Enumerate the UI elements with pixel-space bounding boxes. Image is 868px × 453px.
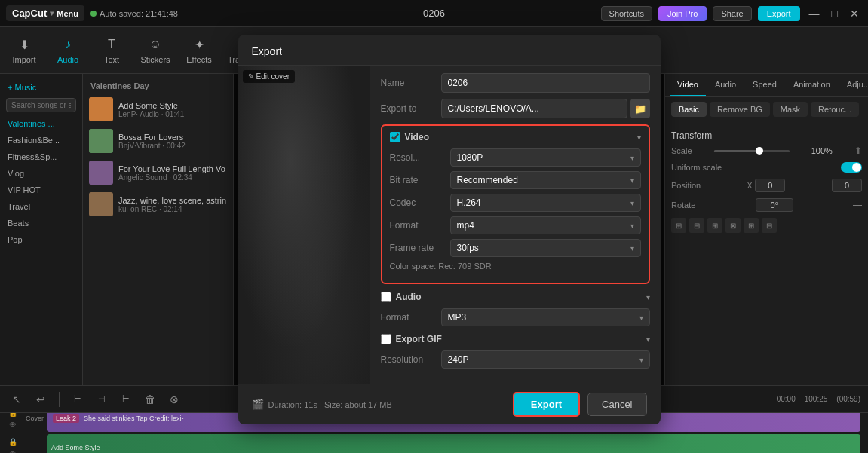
sidebar-item-fashionbe[interactable]: Fashion&Be... [0,132,82,148]
track2-clip-text: Add Some Style [51,444,100,451]
name-input[interactable] [441,73,650,93]
close-button[interactable]: ✕ [847,8,862,20]
audio-format-value: MP3 [448,312,467,323]
timecode-duration: (00:59) [836,395,860,403]
tool-audio[interactable]: ♪ Audio [53,36,83,64]
export-path-input[interactable] [441,99,627,118]
track2-visibility-icon[interactable]: 👁 [8,448,18,453]
align-right-icon[interactable]: ⊞ [707,218,722,233]
music-thumb-3 [89,192,113,216]
export-top-button[interactable]: Export [758,6,800,21]
tab-animation[interactable]: Animation [786,74,838,96]
tool-text[interactable]: T Text [97,36,127,64]
sidebar-item-viphot[interactable]: VIP HOT [0,182,82,198]
cursor-tool[interactable]: ↖ [8,390,26,409]
position-x-input[interactable] [755,179,785,192]
format-select[interactable]: mp4 ▾ [450,216,641,234]
list-item[interactable]: Add Some Style LenP· Audio · 01:41 [83,93,233,125]
tab-adjust[interactable]: Adju... [839,74,868,96]
sub-tab-retouch[interactable]: Retouc... [811,102,859,117]
trim-right-tool[interactable]: ⊢ [117,390,135,409]
sub-tab-removebg[interactable]: Remove BG [710,102,770,117]
tool-stickers[interactable]: ☺ Stickers [140,36,170,64]
list-item[interactable]: Jazz, wine, love scene, astrin kui-on RE… [83,188,233,220]
delete-button[interactable]: 🗑 [141,390,159,409]
resol-row: Resol... 1080P ▾ [390,148,641,167]
gif-section-arrow[interactable]: ▾ [646,335,650,344]
gif-checkbox[interactable] [381,334,391,344]
tool-effects[interactable]: ✦ Effects [184,36,214,64]
timecode-left: 00:00 [777,395,796,403]
sub-tab-basic[interactable]: Basic [671,102,707,117]
film-icon: 🎬 [252,399,264,410]
audio-section-arrow[interactable]: ▾ [646,293,650,301]
minimize-button[interactable]: — [806,8,823,20]
sidebar-item-travel[interactable]: Travel [0,198,82,215]
split-tool[interactable]: ⊢ [69,390,87,409]
sidebar-item-pop[interactable]: Pop [0,231,82,248]
sidebar-item-beats[interactable]: Beats [0,215,82,231]
resol-select[interactable]: 1080P ▾ [450,148,641,167]
sidebar-item-fitness[interactable]: Fitness&Sp... [0,148,82,165]
sidebar-item-vlog[interactable]: Vlog [0,165,82,182]
list-item[interactable]: For Your Love Full Length Vo Angelic Sou… [83,157,233,188]
bitrate-label: Bit rate [390,175,450,185]
bitrate-select[interactable]: Recommended ▾ [450,171,641,189]
track2-lock-icon[interactable]: 🔒 [8,436,18,447]
stickers-icon: ☺ [147,36,164,53]
cancel-dialog-button[interactable]: Cancel [587,393,646,416]
maximize-button[interactable]: □ [829,8,841,20]
join-pro-button[interactable]: Join Pro [658,6,707,21]
align-center-h-icon[interactable]: ⊟ [689,218,704,233]
scale-handle[interactable] [756,147,763,155]
tab-video[interactable]: Video [670,74,706,96]
tab-speed[interactable]: Speed [745,74,784,96]
trim-left-tool[interactable]: ⊣ [93,390,111,409]
edit-cover-button[interactable]: ✎ Edit cover [243,70,295,83]
timeline-track-2[interactable]: Add Some Style [47,434,860,453]
tab-audio[interactable]: Audio [707,74,744,96]
gif-resolution-select[interactable]: 240P ▾ [441,350,650,369]
list-item[interactable]: Bossa For Lovers BnjV·Vibrant · 00:42 [83,125,233,157]
codec-select[interactable]: H.264 ▾ [450,194,641,212]
align-top-icon[interactable]: ⊠ [725,218,741,233]
logo[interactable]: CapCut ▾ Menu [6,5,84,21]
audio-checkbox[interactable] [381,292,391,302]
tool-import[interactable]: ⬇ Import [9,36,39,64]
audio-format-select[interactable]: MP3 ▾ [441,308,650,326]
video-checkbox[interactable] [390,132,400,142]
align-left-icon[interactable]: ⊞ [671,218,686,233]
edit-cover-label: Edit cover [256,72,290,81]
left-sidebar: + Music Valentines ... Fashion&Be... Fit… [0,74,83,385]
bookmark-button[interactable]: ⊗ [165,390,183,409]
framerate-select[interactable]: 30fps ▾ [450,239,641,257]
audio-format-row: Format MP3 ▾ [381,308,650,326]
position-x-group: X [747,179,786,192]
bitrate-arrow-icon: ▾ [630,176,634,185]
track-lock-icon[interactable]: 🔒 [8,413,18,418]
video-section-arrow[interactable]: ▾ [637,133,641,142]
menu-dropdown-icon[interactable]: ▾ [50,9,54,17]
uniform-scale-toggle[interactable] [841,162,862,173]
menu-label[interactable]: Menu [57,9,78,18]
gif-resolution-arrow-icon: ▾ [639,356,643,364]
scale-slider[interactable] [714,150,790,152]
add-music-button[interactable]: + Music [0,80,82,95]
undo-button[interactable]: ↩ [32,390,50,409]
shortcuts-button[interactable]: Shortcuts [601,6,652,21]
browse-folder-button[interactable]: 📁 [630,99,650,118]
search-input[interactable] [6,98,76,112]
rotate-input[interactable] [756,198,793,212]
center-preview-area: Export ✎ Edit cover [234,74,664,385]
stickers-label: Stickers [140,55,170,64]
share-button[interactable]: Share [713,6,751,21]
sub-tab-mask[interactable]: Mask [773,102,808,117]
export-dialog-button[interactable]: Export [513,392,580,417]
dialog-title: Export [252,45,282,57]
align-bottom-icon[interactable]: ⊟ [762,218,777,233]
position-y-input[interactable] [832,179,862,192]
scale-spinner[interactable]: ⬆ [854,145,862,156]
track-visibility-icon[interactable]: 👁 [8,419,18,430]
sidebar-item-valentines[interactable]: Valentines ... [0,115,82,132]
align-center-v-icon[interactable]: ⊞ [744,218,759,233]
